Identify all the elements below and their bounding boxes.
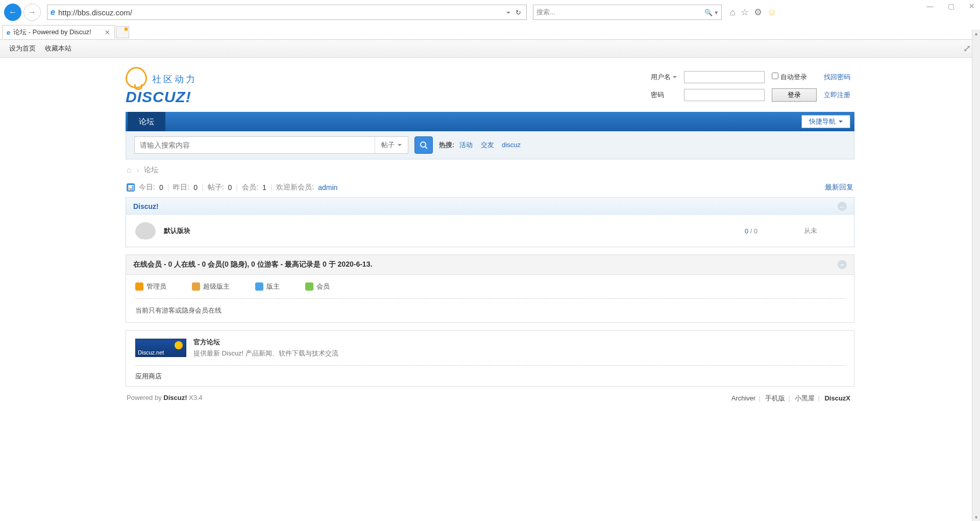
breadcrumb-sep-icon: ›	[137, 166, 139, 174]
breadcrumb-home-icon[interactable]: ⌂	[127, 165, 132, 175]
browser-tab[interactable]: e 论坛 - Powered by Discuz! ✕	[2, 25, 115, 39]
stats-welcome-label: 欢迎新会员:	[276, 183, 314, 192]
forum-search-button[interactable]	[414, 136, 433, 154]
smiley-icon[interactable]: ☺	[767, 7, 776, 18]
password-input[interactable]	[684, 89, 765, 101]
stats-members-value: 1	[262, 183, 266, 192]
role-admin-label: 管理员	[146, 282, 166, 291]
breadcrumb-forum[interactable]: 论坛	[144, 165, 158, 175]
window-maximize[interactable]: ▢	[948, 2, 954, 10]
window-close[interactable]: ✕	[969, 2, 975, 10]
login-button[interactable]: 登录	[772, 88, 817, 102]
browser-chrome: ← → e ↻ 搜索... 🔍 ▾ ⌂ ☆ ⚙ ☺ e 论坛 - Powered…	[0, 0, 980, 40]
board-posts: 0	[754, 227, 757, 235]
site-logo[interactable]: 社区动力 DISCUZ!	[126, 67, 197, 106]
password-label: 密码	[651, 91, 664, 99]
url-dropdown-icon[interactable]	[506, 9, 510, 16]
login-box: 用户名 自动登录 找回密码 密码 登录 立即注册	[647, 68, 854, 105]
online-collapse-icon[interactable]: –	[838, 260, 847, 269]
role-member-icon	[305, 282, 313, 291]
stats-icon[interactable]: 📊	[127, 183, 135, 192]
role-member-label: 会员	[316, 282, 330, 291]
logo-cn-text: 社区动力	[152, 73, 197, 85]
board-name-link[interactable]: 默认版块	[164, 226, 737, 235]
logo-bulb-icon	[126, 67, 147, 88]
register-link[interactable]: 立即注册	[824, 91, 850, 99]
footer-link[interactable]: 手机版	[765, 394, 785, 402]
ie-logo-icon: e	[51, 8, 55, 17]
vertical-scrollbar[interactable]: ▴ ▾	[972, 30, 980, 413]
role-mod-icon	[255, 282, 263, 291]
stats-posts-label: 帖子:	[208, 183, 224, 192]
tab-title: 论坛 - Powered by Discuz!	[13, 28, 91, 37]
board-lastpost: 从未	[804, 226, 845, 235]
role-mod-label: 版主	[266, 282, 280, 291]
window-minimize[interactable]: —	[926, 2, 934, 10]
collapse-topbar-icon[interactable]: ⤢	[963, 43, 971, 54]
new-tab-button[interactable]	[116, 26, 129, 38]
online-panel: 在线会员 - 0 人在线 - 0 会员(0 隐身), 0 位游客 - 最高记录是…	[126, 254, 854, 323]
forum-search-input[interactable]	[135, 137, 375, 153]
stats-today-value: 0	[159, 183, 163, 192]
browser-search-box[interactable]: 搜索... 🔍 ▾	[533, 5, 722, 20]
footer-link[interactable]: DiscuzX	[824, 394, 850, 402]
auto-login-label[interactable]: 自动登录	[772, 73, 807, 81]
username-dropdown-icon[interactable]	[673, 76, 677, 80]
browser-forward-button[interactable]: →	[23, 4, 41, 21]
category-collapse-icon[interactable]: –	[838, 202, 847, 211]
search-type-dropdown[interactable]: 帖子	[375, 137, 408, 153]
svg-line-1	[425, 147, 427, 149]
hot-search-link[interactable]: discuz	[502, 141, 521, 149]
hot-search-label: 热搜:	[439, 141, 454, 149]
quick-nav-button[interactable]: 快捷导航	[801, 115, 850, 128]
browser-search-placeholder: 搜索...	[536, 8, 555, 17]
stats-posts-value: 0	[228, 183, 232, 192]
app-store-link[interactable]: 应用商店	[135, 372, 162, 380]
board-sep: /	[748, 227, 754, 235]
latest-replies-link[interactable]: 最新回复	[825, 183, 853, 191]
role-smod-icon	[192, 282, 200, 291]
official-forum-desc: 提供最新 Discuz! 产品新闻、软件下载与技术交流	[193, 349, 338, 358]
links-panel: Discuz.net 官方论坛 提供最新 Discuz! 产品新闻、软件下载与技…	[126, 330, 854, 387]
browser-back-button[interactable]: ←	[4, 4, 21, 21]
category-title[interactable]: Discuz!	[133, 202, 159, 210]
stats-today-label: 今日:	[139, 183, 155, 192]
stats-newest-member-link[interactable]: admin	[318, 183, 337, 192]
url-input[interactable]	[58, 8, 503, 17]
forum-search-bar: 帖子 热搜: 活动 交友 discuz	[126, 131, 854, 159]
scroll-up-icon[interactable]: ▴	[972, 31, 980, 36]
favorites-icon[interactable]: ☆	[741, 7, 749, 18]
username-input[interactable]	[684, 71, 765, 83]
role-admin-icon	[135, 282, 143, 291]
official-forum-banner[interactable]: Discuz.net	[135, 339, 186, 357]
favorite-site-link[interactable]: 收藏本站	[45, 44, 71, 52]
stats-yesterday-value: 0	[193, 183, 198, 192]
board-icon	[135, 222, 156, 240]
svg-point-0	[421, 142, 426, 147]
auto-login-checkbox[interactable]	[772, 73, 778, 79]
address-bar[interactable]: e ↻	[47, 5, 527, 20]
banner-sun-icon	[175, 341, 183, 349]
stats-yesterday-label: 昨日:	[173, 183, 189, 192]
board-row: 默认版块 0 / 0 从未	[126, 215, 854, 247]
refresh-icon[interactable]: ↻	[513, 9, 523, 16]
online-message: 当前只有游客或隐身会员在线	[135, 299, 845, 315]
main-nav: 论坛 快捷导航	[126, 112, 854, 131]
online-header-text: 在线会员 - 0 人在线 - 0 会员(0 隐身), 0 位游客 - 最高记录是…	[133, 260, 372, 269]
footer-link[interactable]: Archiver	[731, 394, 756, 402]
window-controls: — ▢ ✕	[926, 2, 975, 10]
settings-icon[interactable]: ⚙	[754, 7, 762, 18]
hot-search-link[interactable]: 交友	[481, 141, 494, 149]
username-label: 用户名	[651, 73, 671, 81]
footer-powered: Powered by Discuz! X3.4	[127, 394, 203, 403]
hot-search-link[interactable]: 活动	[459, 141, 473, 149]
tab-close-icon[interactable]: ✕	[105, 29, 110, 36]
footer-link[interactable]: 小黑屋	[795, 394, 815, 402]
nav-forum-tab[interactable]: 论坛	[128, 112, 165, 131]
set-homepage-link[interactable]: 设为首页	[9, 44, 36, 52]
category-panel: Discuz! – 默认版块 0 / 0 从未	[126, 197, 854, 247]
official-forum-title[interactable]: 官方论坛	[193, 338, 338, 347]
home-icon[interactable]: ⌂	[730, 7, 736, 18]
banner-text: Discuz.net	[138, 349, 164, 356]
find-password-link[interactable]: 找回密码	[824, 73, 850, 81]
